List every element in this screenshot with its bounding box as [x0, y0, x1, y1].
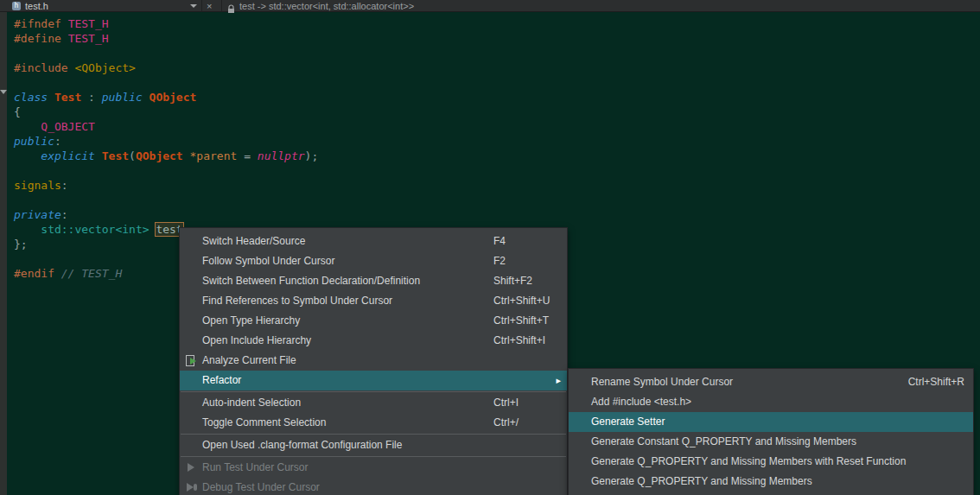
menu-item-shortcut: Shift+F2 [493, 271, 532, 291]
code-line [14, 46, 980, 60]
menu-item-shortcut: Ctrl+/ [493, 413, 519, 433]
fold-marker-icon[interactable] [0, 90, 7, 94]
header-file-icon: h [12, 2, 21, 10]
context-menu-item-auto-indent-selection[interactable]: Auto-indent SelectionCtrl+I [180, 393, 567, 413]
menu-item-label: Generate Q_PROPERTY and Missing Members … [591, 452, 906, 472]
menu-item-shortcut: Ctrl+Shift+R [908, 372, 964, 392]
refactor-submenu-item-generate-constant-q-property-and-missing-members[interactable]: Generate Constant Q_PROPERTY and Missing… [569, 432, 973, 452]
menu-item-label: Refactor [202, 371, 241, 390]
toolbar-divider [201, 0, 202, 11]
code-line: class Test : public QObject [14, 90, 980, 105]
refactor-submenu-item-generate-setter[interactable]: Generate Setter [569, 412, 973, 432]
refactor-submenu: Rename Symbol Under CursorCtrl+Shift+RAd… [568, 368, 974, 495]
menu-item-shortcut: F4 [493, 232, 506, 251]
code-line: { [14, 105, 980, 119]
menu-item-label: Generate Setter [591, 412, 665, 432]
close-document-button[interactable]: × [207, 0, 212, 12]
menu-item-label: Open Used .clang-format Configuration Fi… [202, 435, 402, 455]
menu-item-shortcut: Ctrl+Shift+I [493, 331, 545, 351]
context-menu-item-switch-between-function-declaration-definition[interactable]: Switch Between Function Declaration/Defi… [180, 271, 567, 291]
code-line [14, 163, 980, 178]
context-menu-item-open-type-hierarchy[interactable]: Open Type HierarchyCtrl+Shift+T [180, 311, 567, 331]
refactor-submenu-item-generate-q-property-and-missing-members-with-reset-function[interactable]: Generate Q_PROPERTY and Missing Members … [569, 452, 973, 472]
editor-context-menu: Switch Header/SourceF4Follow Symbol Unde… [179, 227, 568, 495]
code-line: #define TEST_H [14, 31, 980, 46]
toolbar-divider [221, 0, 222, 11]
run-icon [185, 461, 198, 474]
fold-margin [0, 12, 7, 495]
menu-item-label: Switch Header/Source [202, 232, 305, 251]
menu-item-label: Add #include <test.h> [591, 392, 691, 412]
menu-item-label: Generate Constant Q_PROPERTY and Missing… [591, 432, 856, 452]
menu-item-label: Run Test Under Cursor [202, 458, 309, 478]
menu-item-shortcut: Ctrl+Shift+T [493, 311, 549, 331]
code-line: signals: [14, 178, 980, 193]
menu-item-label: Auto-indent Selection [202, 393, 301, 413]
open-document-dropdown[interactable]: h test.h [9, 0, 200, 12]
code-line: Q_OBJECT [14, 119, 980, 134]
code-line: public: [14, 134, 980, 149]
code-line: #ifndef TEST_H [14, 16, 980, 31]
context-menu-item-debug-test-under-cursor: Debug Test Under Cursor [180, 478, 567, 495]
chevron-down-icon [190, 4, 197, 8]
context-menu-item-find-references-to-symbol-under-cursor[interactable]: Find References to Symbol Under CursorCt… [180, 291, 567, 311]
context-menu-item-refactor[interactable]: Refactor▸ [180, 371, 567, 390]
menu-item-shortcut: Ctrl+I [493, 393, 519, 413]
context-menu-item-run-test-under-cursor: Run Test Under Cursor [180, 458, 567, 478]
menu-item-label: Toggle Comment Selection [202, 413, 326, 433]
code-line: explicit Test(QObject *parent = nullptr)… [14, 149, 980, 163]
context-menu-item-analyze-current-file[interactable]: Analyze Current File [180, 351, 567, 371]
menu-item-label: Switch Between Function Declaration/Defi… [202, 271, 420, 291]
lock-icon [227, 2, 235, 17]
symbol-breadcrumb[interactable]: test -> std::vector<int, std::allocator<… [239, 0, 414, 12]
menu-item-shortcut: Ctrl+Shift+U [493, 291, 550, 311]
menu-item-label: Open Type Hierarchy [202, 311, 300, 331]
analyze-icon [185, 354, 198, 367]
context-menu-item-follow-symbol-under-cursor[interactable]: Follow Symbol Under CursorF2 [180, 251, 567, 271]
code-line [14, 75, 980, 90]
ide-window: h test.h × test -> std::vector<int, std:… [0, 0, 980, 495]
menu-item-label: Debug Test Under Cursor [202, 478, 320, 495]
code-line: #include <QObject> [14, 60, 980, 75]
menu-item-label: Find References to Symbol Under Cursor [202, 291, 392, 311]
menu-item-label: Generate Q_PROPERTY and Missing Members [591, 472, 812, 492]
context-menu-item-toggle-comment-selection[interactable]: Toggle Comment SelectionCtrl+/ [180, 413, 567, 433]
editor-toolbar: h test.h × test -> std::vector<int, std:… [0, 0, 980, 12]
menu-item-label: Follow Symbol Under Cursor [202, 251, 334, 271]
menu-item-shortcut: F2 [493, 251, 506, 271]
submenu-arrow-icon: ▸ [556, 371, 561, 390]
debug-icon [185, 481, 198, 494]
context-menu-item-switch-header-source[interactable]: Switch Header/SourceF4 [180, 232, 567, 251]
refactor-submenu-item-add-include-test-h[interactable]: Add #include <test.h> [569, 392, 973, 412]
refactor-submenu-item-generate-q-property-and-missing-members[interactable]: Generate Q_PROPERTY and Missing Members [569, 472, 973, 492]
open-file-name: test.h [25, 0, 48, 12]
code-line [14, 193, 980, 207]
context-menu-item-open-used-clang-format-configuration-file[interactable]: Open Used .clang-format Configuration Fi… [180, 435, 567, 455]
menu-item-label: Open Include Hierarchy [202, 331, 311, 351]
refactor-submenu-item-rename-symbol-under-cursor[interactable]: Rename Symbol Under CursorCtrl+Shift+R [569, 372, 973, 392]
context-menu-item-open-include-hierarchy[interactable]: Open Include HierarchyCtrl+Shift+I [180, 331, 567, 351]
code-line: private: [14, 207, 980, 222]
menu-item-label: Analyze Current File [202, 351, 296, 371]
menu-item-label: Rename Symbol Under Cursor [591, 372, 733, 392]
